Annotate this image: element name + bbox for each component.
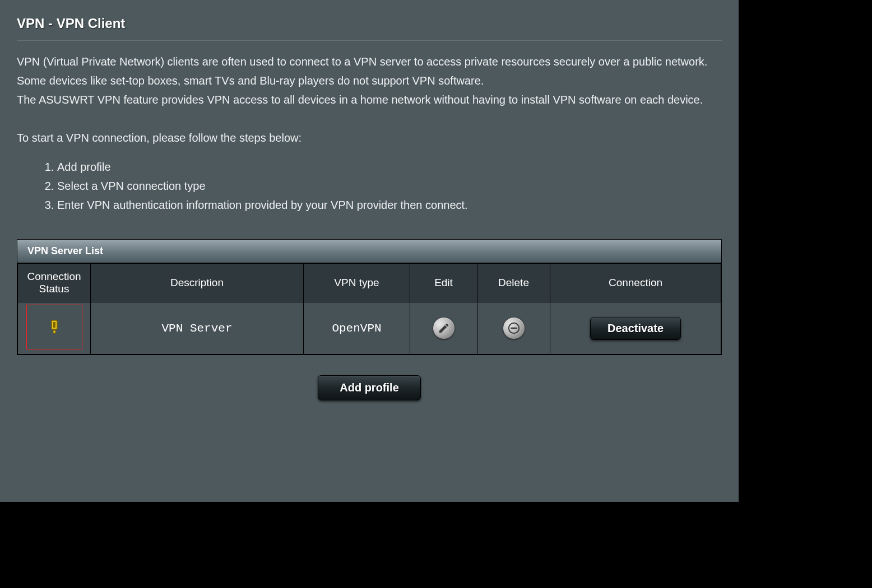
intro-paragraph-2: Some devices like set-top boxes, smart T…	[17, 71, 722, 90]
divider	[17, 40, 722, 41]
steps-list: Add profile Select a VPN connection type…	[17, 157, 722, 214]
intro-paragraph-3: The ASUSWRT VPN feature provides VPN acc…	[17, 90, 722, 109]
add-profile-row: Add profile	[17, 375, 722, 400]
table-caption: VPN Server List	[17, 240, 721, 263]
minus-icon	[508, 322, 520, 334]
add-profile-button[interactable]: Add profile	[318, 375, 421, 400]
svg-rect-4	[511, 328, 517, 329]
col-header-vpn-type: VPN type	[304, 264, 410, 302]
col-header-status: Connection Status	[18, 264, 91, 302]
step-item: Select a VPN connection type	[57, 176, 722, 195]
table-header-row: Connection Status Description VPN type E…	[18, 264, 721, 302]
vpn-server-list-table: VPN Server List Connection Status Descri…	[17, 239, 722, 355]
cell-vpn-type: OpenVPN	[304, 302, 410, 354]
col-header-description: Description	[91, 264, 304, 302]
cell-connection: Deactivate	[550, 302, 721, 354]
col-header-connection: Connection	[550, 264, 721, 302]
warning-icon	[49, 319, 60, 335]
col-header-edit: Edit	[410, 264, 477, 302]
delete-button[interactable]	[503, 317, 525, 339]
vpn-client-panel: VPN - VPN Client VPN (Virtual Private Ne…	[0, 0, 740, 502]
svg-rect-1	[53, 322, 55, 328]
cell-edit	[410, 302, 477, 354]
step-item: Add profile	[57, 157, 722, 176]
edit-button[interactable]	[433, 317, 455, 339]
intro-paragraph-4: To start a VPN connection, please follow…	[17, 128, 722, 147]
cell-status	[18, 302, 91, 354]
status-highlight-box	[26, 305, 82, 349]
cell-delete	[477, 302, 550, 354]
intro-text: VPN (Virtual Private Network) clients ar…	[17, 52, 722, 214]
svg-rect-2	[53, 330, 55, 333]
cell-description: VPN Server	[91, 302, 304, 354]
page-title: VPN - VPN Client	[17, 11, 722, 40]
intro-paragraph-1: VPN (Virtual Private Network) clients ar…	[17, 52, 722, 71]
pencil-icon	[438, 322, 450, 334]
col-header-delete: Delete	[477, 264, 550, 302]
table-row: VPN Server OpenVPN	[18, 302, 721, 354]
deactivate-button[interactable]: Deactivate	[590, 317, 681, 340]
step-item: Enter VPN authentication information pro…	[57, 195, 722, 214]
